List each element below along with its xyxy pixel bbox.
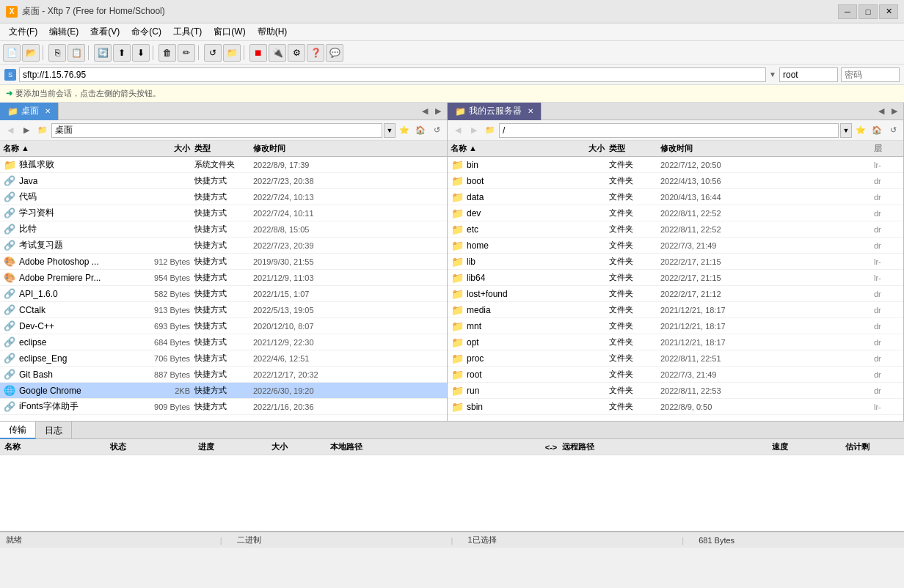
menu-file[interactable]: 文件(F) <box>3 24 43 40</box>
settings-button[interactable]: ⚙ <box>288 44 305 62</box>
menu-command[interactable]: 命令(C) <box>125 24 167 40</box>
stop-button[interactable]: ⏹ <box>249 44 267 62</box>
list-item[interactable]: 📁 lib 文件夹 2022/2/17, 21:15 lr- <box>448 254 903 270</box>
menu-window[interactable]: 窗口(W) <box>208 24 251 40</box>
list-item[interactable]: 📁 lost+found 文件夹 2022/2/17, 21:12 dr <box>448 286 903 302</box>
menu-edit[interactable]: 编辑(E) <box>43 24 84 40</box>
list-item[interactable]: 📁 dev 文件夹 2022/8/11, 22:52 dr <box>448 205 903 221</box>
url-dropdown-arrow[interactable]: ▼ <box>769 70 776 78</box>
delete-button[interactable]: 🗑 <box>158 44 176 62</box>
right-tab-close[interactable]: ✕ <box>528 107 533 115</box>
new-session-button[interactable]: 📄 <box>3 44 21 62</box>
list-item[interactable]: 🔗 学习资料 快捷方式 2022/7/24, 10:11 <box>0 205 447 221</box>
minimize-button[interactable]: ─ <box>838 4 857 19</box>
left-home-button[interactable]: 🏠 <box>413 123 428 138</box>
transfer-col-remote: 远程路径 <box>562 441 772 452</box>
copy-button[interactable]: ⎘ <box>48 44 66 62</box>
list-item[interactable]: 📁 mnt 文件夹 2021/12/21, 18:17 dr <box>448 318 903 334</box>
right-nav-prev[interactable]: ◀ <box>875 106 887 117</box>
left-path-input[interactable] <box>51 123 382 138</box>
help-toolbar-button[interactable]: ❓ <box>307 44 324 62</box>
menu-help[interactable]: 帮助(H) <box>252 24 294 40</box>
left-panel-tab-desktop[interactable]: 📁 桌面 ✕ <box>0 103 59 120</box>
right-refresh-button[interactable]: ↺ <box>886 123 900 138</box>
menu-tools[interactable]: 工具(T) <box>167 24 208 40</box>
list-item[interactable]: 📁 lib64 文件夹 2022/2/17, 21:15 lr- <box>448 270 903 286</box>
left-back-button[interactable]: ◀ <box>3 123 18 138</box>
right-col-date-header[interactable]: 修改时间 <box>660 143 874 154</box>
list-item[interactable]: 📁 media 文件夹 2021/12/21, 18:17 dr <box>448 302 903 318</box>
left-bookmark-button[interactable]: ⭐ <box>397 123 412 138</box>
right-file-list[interactable]: 📁 bin 文件夹 2022/7/12, 20:50 lr- 📁 boot 文件… <box>448 157 903 421</box>
transfer-tab-log[interactable]: 日志 <box>36 422 72 439</box>
left-tab-close[interactable]: ✕ <box>45 107 51 115</box>
list-item[interactable]: 🔗 CCtalk 913 Bytes 快捷方式 2022/5/13, 19:05 <box>0 302 447 318</box>
right-forward-button[interactable]: ▶ <box>467 123 481 138</box>
list-item[interactable]: 🌐 Google Chrome 2KB 快捷方式 2022/6/30, 19:2… <box>0 383 447 399</box>
list-item[interactable]: 📁 run 文件夹 2022/8/11, 22:53 dr <box>448 383 903 399</box>
file-type: 文件夹 <box>609 207 660 218</box>
refresh-button[interactable]: ↺ <box>204 44 222 62</box>
left-nav-prev[interactable]: ◀ <box>419 106 431 117</box>
list-item[interactable]: 🔗 考试复习题 快捷方式 2022/7/23, 20:39 <box>0 238 447 254</box>
list-item[interactable]: 📁 bin 文件夹 2022/7/12, 20:50 lr- <box>448 157 903 173</box>
right-col-perm-header[interactable]: 层 <box>874 143 903 154</box>
list-item[interactable]: 🔗 API_1.6.0 582 Bytes 快捷方式 2022/1/15, 1:… <box>0 286 447 302</box>
left-col-type-header[interactable]: 类型 <box>194 143 253 154</box>
list-item[interactable]: 🔗 eclipse 684 Bytes 快捷方式 2021/12/9, 22:3… <box>0 334 447 350</box>
left-nav-next[interactable]: ▶ <box>432 106 444 117</box>
list-item[interactable]: 🔗 代码 快捷方式 2022/7/24, 10:13 <box>0 189 447 205</box>
paste-button[interactable]: 📋 <box>68 44 85 62</box>
list-item[interactable]: 📁 root 文件夹 2022/7/3, 21:49 dr <box>448 367 903 383</box>
right-back-button[interactable]: ◀ <box>451 123 465 138</box>
list-item[interactable]: 🔗 Java 快捷方式 2022/7/23, 20:38 <box>0 173 447 189</box>
left-col-name-header[interactable]: 名称 ▲ <box>0 143 136 154</box>
close-button[interactable]: ✕ <box>879 4 898 19</box>
right-path-dropdown[interactable]: ▼ <box>840 123 852 138</box>
right-bookmark-button[interactable]: ⭐ <box>853 123 868 138</box>
sync-button[interactable]: 🔄 <box>94 44 112 62</box>
menu-view[interactable]: 查看(V) <box>84 24 125 40</box>
right-home-button[interactable]: 🏠 <box>870 123 884 138</box>
list-item[interactable]: 📁 proc 文件夹 2022/8/11, 22:51 dr <box>448 350 903 367</box>
right-col-type-header[interactable]: 类型 <box>609 143 660 154</box>
maximize-button[interactable]: □ <box>859 4 878 19</box>
right-nav-next[interactable]: ▶ <box>889 106 900 117</box>
url-input[interactable] <box>19 67 766 82</box>
password-input[interactable] <box>841 67 900 82</box>
list-item[interactable]: 🔗 Git Bash 887 Bytes 快捷方式 2022/12/17, 20… <box>0 367 447 383</box>
rename-button[interactable]: ✏ <box>178 44 195 62</box>
list-item[interactable]: 🎨 Adobe Premiere Pr... 954 Bytes 快捷方式 20… <box>0 270 447 286</box>
open-button[interactable]: 📂 <box>22 44 40 62</box>
list-item[interactable]: 📁 独孤求败 系统文件夹 2022/8/9, 17:39 <box>0 157 447 173</box>
list-item[interactable]: 📁 sbin 文件夹 2022/8/9, 0:50 lr- <box>448 399 903 415</box>
list-item[interactable]: 🔗 比特 快捷方式 2022/8/8, 15:05 <box>0 221 447 238</box>
right-panel-tab-server[interactable]: 📁 我的云服务器 ✕ <box>448 103 542 120</box>
connect-button[interactable]: 🔌 <box>269 44 286 62</box>
download-button[interactable]: ⬇ <box>132 44 150 62</box>
list-item[interactable]: 🎨 Adobe Photoshop ... 912 Bytes 快捷方式 201… <box>0 254 447 270</box>
new-folder-button[interactable]: 📁 <box>223 44 241 62</box>
right-col-size-header[interactable]: 大小 <box>565 143 609 154</box>
upload-button[interactable]: ⬆ <box>113 44 131 62</box>
list-item[interactable]: 🔗 iFonts字体助手 909 Bytes 快捷方式 2022/1/16, 2… <box>0 399 447 415</box>
list-item[interactable]: 📁 home 文件夹 2022/7/3, 21:49 dr <box>448 238 903 254</box>
right-col-name-header[interactable]: 名称 ▲ <box>448 143 565 154</box>
list-item[interactable]: 📁 etc 文件夹 2022/8/11, 22:52 dr <box>448 221 903 238</box>
left-file-list[interactable]: 📁 独孤求败 系统文件夹 2022/8/9, 17:39 🔗 Java 快捷方式… <box>0 157 447 421</box>
extra-button[interactable]: 💬 <box>326 44 343 62</box>
left-col-size-header[interactable]: 大小 <box>136 143 194 154</box>
left-forward-button[interactable]: ▶ <box>19 123 34 138</box>
left-path-dropdown[interactable]: ▼ <box>384 123 396 138</box>
file-name: 📁 独孤求败 <box>0 158 136 172</box>
list-item[interactable]: 📁 data 文件夹 2020/4/13, 16:44 dr <box>448 189 903 205</box>
list-item[interactable]: 📁 boot 文件夹 2022/4/13, 10:56 dr <box>448 173 903 189</box>
list-item[interactable]: 🔗 Dev-C++ 693 Bytes 快捷方式 2020/12/10, 8:0… <box>0 318 447 334</box>
right-path-input[interactable] <box>499 123 839 138</box>
left-col-date-header[interactable]: 修改时间 <box>253 143 447 154</box>
left-refresh-button[interactable]: ↺ <box>429 123 444 138</box>
list-item[interactable]: 📁 opt 文件夹 2021/12/21, 18:17 dr <box>448 334 903 350</box>
list-item[interactable]: 🔗 eclipse_Eng 706 Bytes 快捷方式 2022/4/6, 1… <box>0 350 447 367</box>
transfer-tab-transfer[interactable]: 传输 <box>0 422 36 439</box>
username-input[interactable] <box>779 67 838 82</box>
